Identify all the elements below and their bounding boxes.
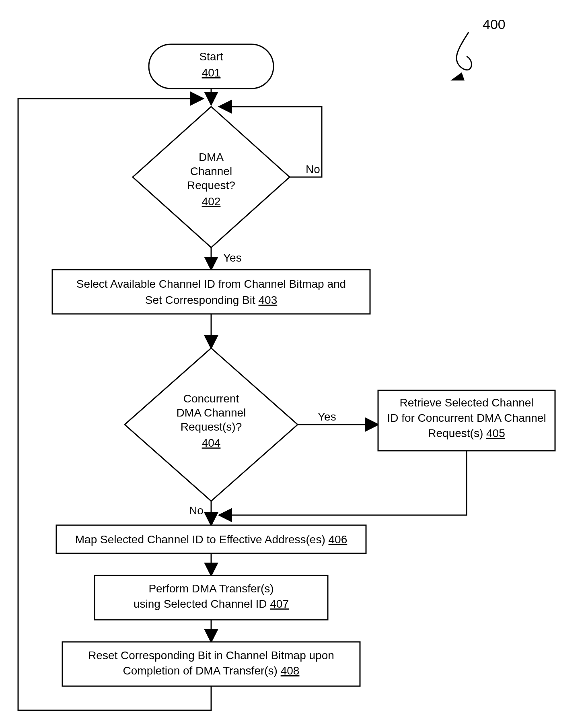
- edge-404-yes: Yes: [298, 410, 378, 425]
- d404-line1: Concurrent: [183, 392, 239, 405]
- d402-line3: Request?: [187, 179, 235, 192]
- b405-line1: Retrieve Selected Channel: [399, 396, 533, 409]
- b405-line2: ID for Concurrent DMA Channel: [387, 412, 546, 424]
- d404-ref: 404: [202, 437, 221, 449]
- edge-404-no-label: No: [189, 504, 204, 517]
- d402-ref: 402: [202, 195, 221, 208]
- edge-402-yes-label: Yes: [223, 252, 242, 264]
- node-box-405: Retrieve Selected Channel ID for Concurr…: [378, 390, 555, 451]
- node-box-408: Reset Corresponding Bit in Channel Bitma…: [62, 642, 360, 686]
- start-label: Start: [199, 50, 223, 63]
- b403-line1: Select Available Channel ID from Channel…: [76, 278, 346, 290]
- flowchart: 400 Start 401 DMA Channel Request? 402 N…: [0, 0, 584, 728]
- svg-rect-3: [52, 270, 370, 314]
- edge-404-no: No: [189, 501, 211, 525]
- d402-line2: Channel: [190, 165, 232, 177]
- b407-line2: using Selected Channel ID 407: [134, 598, 289, 610]
- node-box-403: Select Available Channel ID from Channel…: [52, 270, 370, 314]
- start-ref: 401: [202, 66, 221, 79]
- d404-line3: Request(s)?: [181, 421, 242, 433]
- node-box-406: Map Selected Channel ID to Effective Add…: [56, 525, 366, 553]
- d404-line2: DMA Channel: [177, 406, 246, 419]
- b405-line3: Request(s) 405: [428, 427, 505, 439]
- b406-line1: Map Selected Channel ID to Effective Add…: [75, 533, 348, 546]
- node-box-407: Perform DMA Transfer(s) using Selected C…: [95, 575, 328, 620]
- svg-rect-10: [62, 642, 360, 686]
- b407-line1: Perform DMA Transfer(s): [148, 582, 273, 595]
- b408-line1: Reset Corresponding Bit in Channel Bitma…: [88, 649, 334, 662]
- edge-404-yes-label: Yes: [318, 410, 336, 423]
- edge-402-no-label: No: [306, 163, 320, 175]
- edge-402-yes: Yes: [211, 247, 242, 270]
- node-decision-402: DMA Channel Request? 402: [133, 107, 290, 247]
- b408-line2: Completion of DMA Transfer(s) 408: [123, 664, 300, 677]
- figure-number-pointer: 400: [450, 16, 506, 80]
- node-decision-404: Concurrent DMA Channel Request(s)? 404: [125, 348, 298, 501]
- node-start: Start 401: [149, 44, 273, 89]
- d402-line1: DMA: [199, 151, 224, 163]
- figure-number: 400: [483, 16, 506, 32]
- b403-line2: Set Corresponding Bit 403: [145, 294, 277, 306]
